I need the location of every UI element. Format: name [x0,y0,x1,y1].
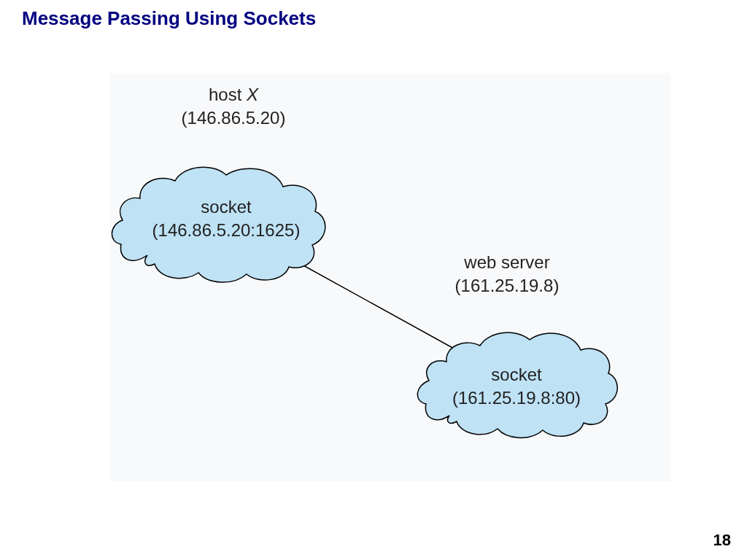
server-label: web server [464,252,549,272]
host-label-name: X [247,85,258,104]
server-ip: (161.25.19.8) [455,276,560,295]
host-label-block: host X (146.86.5.20) [157,83,310,131]
host-socket-label: socket [201,197,251,217]
host-label-prefix: host [209,85,247,104]
server-socket-addr: (161.25.19.8:80) [452,388,581,408]
diagram-area: host X (146.86.5.20) socket (146.86.5.20… [109,73,671,481]
server-socket-label: socket [491,365,541,384]
host-ip: (146.86.5.20) [182,108,286,128]
host-socket-block: socket (146.86.5.20:1625) [135,195,317,243]
slide-title: Message Passing Using Sockets [22,7,316,30]
server-socket-block: socket (161.25.19.8:80) [429,363,604,411]
server-label-block: web server (161.25.19.8) [423,251,591,298]
host-socket-addr: (146.86.5.20:1625) [152,220,301,240]
page-number: 18 [713,531,731,550]
